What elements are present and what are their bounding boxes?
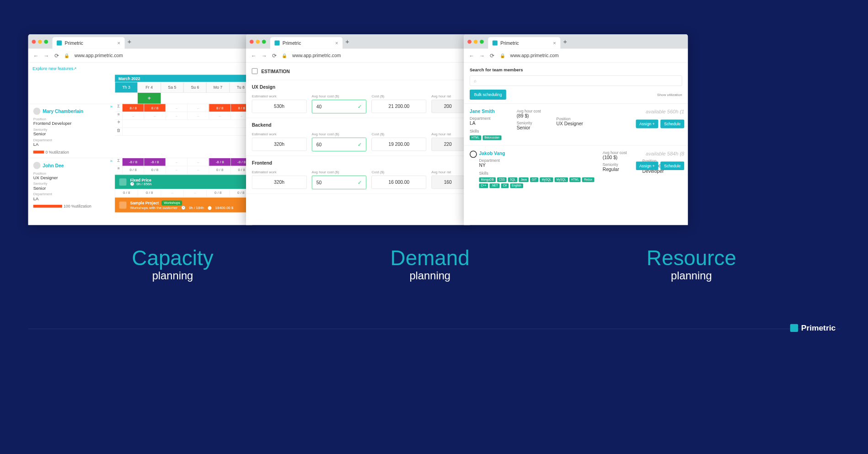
new-tab-button[interactable]: + — [345, 38, 349, 46]
schedule-cell[interactable]: – — [187, 104, 209, 112]
browser-tab[interactable]: Primetric× — [488, 37, 560, 48]
schedule-cell[interactable]: – — [166, 104, 187, 112]
day-cell[interactable]: Su 6 — [183, 82, 206, 93]
value: UX Designer — [557, 121, 596, 127]
minimize-window-icon[interactable] — [38, 40, 42, 44]
reload-icon[interactable]: ⟳ — [272, 52, 277, 59]
member-card: Jakob Vang Department NY Skills MongoDBC… — [464, 145, 688, 193]
close-window-icon[interactable] — [467, 40, 472, 44]
close-window-icon[interactable] — [250, 40, 254, 44]
browser-tab[interactable]: Primetric× — [270, 37, 343, 48]
project-bar[interactable]: Sample ProjectWorkshops Workshops with t… — [115, 198, 252, 212]
schedule-cell[interactable]: – — [187, 166, 209, 174]
browser-tab[interactable]: Primetric× — [53, 37, 125, 48]
person-name[interactable]: Mary Chamberlain — [33, 107, 103, 115]
schedule-cell[interactable]: – — [166, 158, 187, 166]
schedule-cell[interactable]: 0 / 8 — [122, 166, 144, 174]
search-input[interactable]: ⌕ — [470, 75, 682, 86]
schedule-cell[interactable]: – — [122, 112, 144, 120]
maximize-window-icon[interactable] — [480, 40, 484, 44]
primetric-logo-icon — [790, 324, 798, 332]
avg-cost-input[interactable]: 50✓ — [312, 176, 367, 189]
clock-icon: 🕐 — [181, 206, 185, 210]
external-link-icon[interactable]: ↗ — [73, 66, 77, 71]
rate-input[interactable]: 220 — [431, 138, 464, 151]
project-bar[interactable]: Fixed Price 🕐0h / 856h — [115, 175, 252, 189]
schedule-button[interactable]: Schedule — [660, 161, 684, 170]
day-cell[interactable]: Sa 5 — [161, 82, 183, 93]
avg-cost-input[interactable]: 40✓ — [312, 100, 367, 113]
schedule-cell[interactable]: 0 / 8 — [144, 166, 165, 174]
schedule-cell[interactable]: – — [187, 158, 209, 166]
label: Department — [33, 138, 103, 142]
member-name[interactable]: Jane Smith — [470, 109, 509, 114]
back-icon[interactable]: ← — [33, 53, 39, 59]
schedule-cell[interactable]: 8 / 8 — [122, 104, 144, 112]
show-utilization-link[interactable]: Show utilization — [657, 93, 682, 97]
close-tab-icon[interactable]: × — [553, 40, 556, 46]
schedule-cell[interactable]: 8 / 8 — [144, 104, 165, 112]
url-text[interactable]: www.app.primetric.com — [292, 53, 341, 58]
forward-icon[interactable]: → — [262, 53, 267, 59]
add-button[interactable]: + — [138, 93, 161, 104]
schedule-cell[interactable] — [122, 120, 252, 128]
day-cell[interactable]: Mo 7 — [206, 82, 229, 93]
forward-icon[interactable]: → — [479, 53, 485, 59]
cost-input[interactable]: 21 200.00 — [371, 100, 426, 113]
filter-icon[interactable]: ≡ — [115, 166, 122, 174]
maximize-window-icon[interactable] — [262, 40, 266, 44]
member-name[interactable]: Jakob Vang — [479, 150, 595, 156]
back-icon[interactable]: ← — [251, 53, 257, 59]
filter-icon[interactable]: ≡ — [115, 112, 122, 120]
schedule-cell[interactable]: – — [144, 112, 165, 120]
schedule-cell[interactable]: – — [187, 112, 209, 120]
skill-tag: .NET — [490, 183, 500, 188]
reload-icon[interactable]: ⟳ — [490, 52, 494, 59]
estimated-work-input[interactable]: 320h — [252, 138, 307, 151]
forward-icon[interactable]: → — [44, 53, 49, 59]
person-name[interactable]: John Dee — [33, 162, 103, 169]
schedule-button[interactable]: Schedule — [660, 119, 684, 128]
resource-window: Primetric× + ← → ⟳ 🔒 www.app.primetric.c… — [464, 34, 688, 225]
estimated-work-input[interactable]: 530h — [252, 100, 307, 113]
minimize-window-icon[interactable] — [256, 40, 260, 44]
maximize-window-icon[interactable] — [44, 40, 48, 44]
minimize-window-icon[interactable] — [474, 40, 478, 44]
schedule-cell[interactable]: 0 / 8 — [209, 166, 230, 174]
avatar-icon — [33, 107, 41, 115]
label: Avg hour cost — [603, 150, 635, 155]
back-icon[interactable]: ← — [469, 53, 474, 59]
trash-icon[interactable]: 🗑 — [115, 128, 122, 136]
explore-link[interactable]: Explore new features — [32, 66, 73, 71]
collapse-icon[interactable]: » — [107, 104, 115, 158]
estimated-work-input[interactable]: 320h — [252, 176, 307, 189]
schedule-cell[interactable]: – — [166, 112, 187, 120]
cost-input[interactable]: 16 000.00 — [371, 176, 426, 189]
schedule-cell[interactable]: -8 / 8 — [209, 158, 230, 166]
new-tab-button[interactable]: + — [128, 38, 131, 46]
new-tab-button[interactable]: + — [563, 38, 567, 46]
schedule-cell[interactable]: 8 / 8 — [209, 104, 230, 112]
reload-icon[interactable]: ⟳ — [54, 52, 59, 59]
url-text[interactable]: www.app.primetric.com — [75, 53, 123, 58]
rate-input[interactable]: 200 — [431, 100, 464, 113]
close-tab-icon[interactable]: × — [335, 40, 338, 46]
plane-icon[interactable]: ✈ — [115, 120, 122, 128]
rate-input[interactable]: 160 — [431, 176, 464, 189]
close-tab-icon[interactable]: × — [118, 40, 120, 46]
schedule-cell[interactable]: -8 / 8 — [144, 158, 165, 166]
close-window-icon[interactable] — [32, 40, 36, 44]
cost-input[interactable]: 19 200.00 — [371, 138, 426, 151]
schedule-cell[interactable]: -8 / 8 — [122, 158, 144, 166]
schedule-cell[interactable]: – — [166, 166, 187, 174]
assign-button[interactable]: Assign + — [636, 161, 658, 170]
url-text[interactable]: www.app.primetric.com — [510, 53, 558, 58]
collapse-icon[interactable]: » — [107, 158, 115, 213]
avg-cost-input[interactable]: 60✓ — [312, 138, 367, 151]
schedule-cell[interactable]: – — [209, 112, 230, 120]
bulk-scheduling-button[interactable]: Bulk scheduling — [470, 90, 506, 100]
day-cell[interactable]: Fr 4 — [138, 82, 161, 93]
schedule-cell[interactable] — [122, 128, 252, 136]
assign-button[interactable]: Assign + — [636, 119, 658, 128]
day-cell[interactable]: Th 3 — [115, 82, 138, 93]
